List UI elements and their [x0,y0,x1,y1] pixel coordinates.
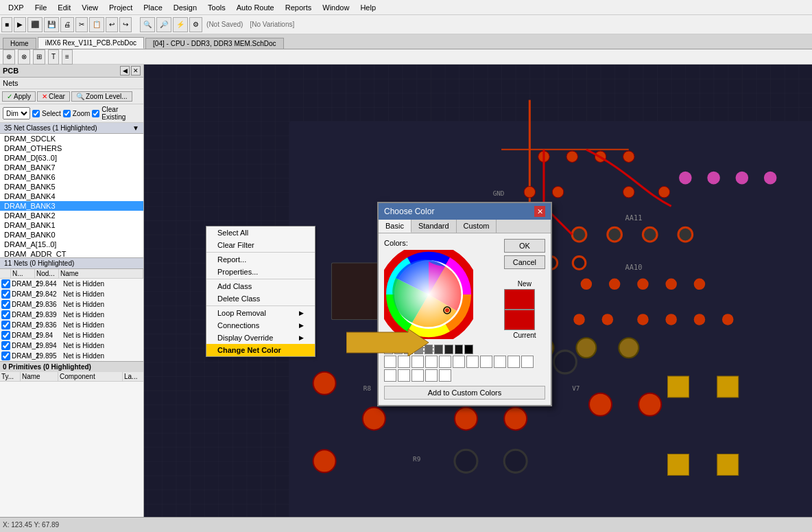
ctx-report[interactable]: Report... [206,253,315,266]
menu-project[interactable]: Project [104,2,138,13]
toolbar-btn-11[interactable]: 🔎 [156,17,171,32]
ok-btn[interactable]: OK [504,239,545,253]
custom-swatch-12[interactable] [398,369,410,382]
net-row-7[interactable]: DRAM_219.895Net is Hidden [0,351,143,361]
net-item-bank3[interactable]: DRAM_BANK3 [0,201,143,211]
custom-swatch-14[interactable] [425,369,438,382]
net-item-sdclk[interactable]: DRAM_SDCLK [0,134,143,143]
custom-swatch-13[interactable] [411,369,424,382]
net-item-bank6[interactable]: DRAM_BANK6 [0,172,143,182]
net-row-3[interactable]: DRAM_219.839Net is Hidden [0,310,143,320]
net-row-2[interactable]: DRAM_219.836Net is Hidden [0,299,143,310]
zoom-checkbox[interactable] [63,110,71,117]
ctx-loop-removal[interactable]: Loop Removal ▶ [206,307,315,319]
pcb-area[interactable]: GND R7 R8 R9 V5 V6 V7 AA11 AA10 @51CTO博客… [144,65,812,532]
tab-custom[interactable]: Custom [457,220,497,233]
custom-swatch-8[interactable] [494,356,506,368]
toolbar-btn-12[interactable]: ⚡ [173,17,188,32]
net-item-bank1[interactable]: DRAM_BANK1 [0,220,143,230]
ctx-add-class[interactable]: Add Class [206,280,315,292]
ctx-clear-filter[interactable]: Clear Filter [206,239,315,251]
toolbar2-btn-1[interactable]: ⊕ [3,49,15,65]
toolbar-btn-1[interactable]: ■ [1,17,12,32]
net-row-4[interactable]: DRAM_219.836Net is Hidden [0,320,143,330]
custom-swatch-5[interactable] [453,356,465,368]
menu-window[interactable]: Window [317,2,355,13]
custom-swatch-6[interactable] [466,356,479,368]
ctx-select-all[interactable]: Select All [206,227,315,239]
menu-dxp[interactable]: DXP [3,2,29,13]
menu-design[interactable]: Design [168,2,202,13]
add-to-custom-btn[interactable]: Add to Custom Colors [384,386,545,400]
ctx-change-net-color[interactable]: Change Net Color [206,344,315,356]
gs-swatch-7[interactable] [455,345,464,354]
ctx-properties[interactable]: Properties... [206,266,315,278]
net-item-d63[interactable]: DRAM_D[63..0] [0,153,143,163]
menu-edit[interactable]: Edit [52,2,76,13]
menu-tools[interactable]: Tools [202,2,231,13]
net-item-bank7[interactable]: DRAM_BANK7 [0,163,143,172]
menu-help[interactable]: Help [355,2,381,13]
net-item-bank5[interactable]: DRAM_BANK5 [0,182,143,192]
tab-pcb[interactable]: iMX6 Rex_V1I1_PCB.PcbDoc [38,37,144,49]
custom-swatch-9[interactable] [508,356,520,368]
panel-close-btn[interactable]: ✕ [131,66,141,76]
menu-place[interactable]: Place [138,2,168,13]
gs-swatch-6[interactable] [444,345,453,354]
toolbar-btn-10[interactable]: 🔍 [140,17,155,32]
toolbar2-btn-3[interactable]: ⊞ [33,49,45,65]
net-item-bank0[interactable]: DRAM_BANK0 [0,230,143,240]
custom-swatch-7[interactable] [480,356,492,368]
menu-view[interactable]: View [76,2,104,13]
net-item-others[interactable]: DRAM_OTHERS [0,143,143,153]
toolbar-btn-2[interactable]: ▶ [14,17,26,32]
ctx-display-override[interactable]: Display Override ▶ [206,332,315,344]
gs-swatch-black[interactable] [464,345,473,354]
toolbar-btn-13[interactable]: ⚙ [189,17,202,32]
dialog-close-btn[interactable]: ✕ [534,206,545,217]
net-row-5[interactable]: DRAM_219.84Net is Hidden [0,330,143,340]
net-item-addr[interactable]: DRAM_ADDR_CT [0,249,143,257]
tab-basic[interactable]: Basic [379,220,411,233]
menu-reports[interactable]: Reports [280,2,318,13]
toolbar-btn-4[interactable]: 💾 [44,17,59,32]
toolbar-btn-9[interactable]: ↪ [119,17,132,32]
toolbar-btn-8[interactable]: ↩ [106,17,118,32]
net-row-0[interactable]: DRAM_219.844Net is Hidden [0,279,143,289]
panel-pin-btn[interactable]: ◀ [120,66,130,76]
clear-existing-checkbox[interactable] [92,110,99,117]
tab-standard[interactable]: Standard [411,220,457,233]
ctx-connections[interactable]: Connections ▶ [206,319,315,332]
tab-sch[interactable]: [04] - CPU - DDR3, DDR3 MEM.SchDoc [145,38,283,49]
net-item-a15[interactable]: DRAM_A[15..0] [0,240,143,249]
nets-list[interactable]: DRAM_SDCLK DRAM_OTHERS DRAM_D[63..0] DRA… [0,134,143,257]
toolbar-btn-6[interactable]: ✂ [75,17,88,32]
apply-btn[interactable]: ✓ Apply [2,91,36,102]
select-checkbox[interactable] [32,110,40,117]
custom-swatch-15[interactable] [439,369,451,382]
custom-swatch-10[interactable] [521,356,534,368]
custom-swatch-11[interactable] [384,369,396,382]
net-item-bank2[interactable]: DRAM_BANK2 [0,211,143,220]
net-row-6[interactable]: DRAM_219.894Net is Hidden [0,340,143,351]
clear-btn[interactable]: ✕ Clear [37,91,70,102]
color-wheel-svg[interactable] [384,250,473,339]
custom-swatch-4[interactable] [439,356,451,368]
toolbar2-btn-4[interactable]: T [48,49,59,65]
toolbar-btn-3[interactable]: ⬛ [27,17,43,32]
net-row-1[interactable]: DRAM_219.842Net is Hidden [0,289,143,299]
menu-file[interactable]: File [29,2,53,13]
toolbar-btn-7[interactable]: 📋 [89,17,104,32]
ctx-delete-class[interactable]: Delete Class [206,292,315,305]
filter-select[interactable]: Dim [3,107,30,119]
gs-swatch-5[interactable] [434,345,443,354]
menu-autoroute[interactable]: Auto Route [231,2,280,13]
net-item-bank4[interactable]: DRAM_BANK4 [0,192,143,201]
toolbar2-btn-5[interactable]: ≡ [62,49,73,65]
color-wheel-container[interactable] [384,250,473,339]
cancel-btn[interactable]: Cancel [504,255,545,269]
zoom-level-btn[interactable]: 🔍 Zoom Level... [71,91,132,102]
toolbar2-btn-2[interactable]: ⊗ [18,49,30,65]
toolbar-btn-5[interactable]: 🖨 [60,17,74,32]
tab-home[interactable]: Home [3,38,36,49]
